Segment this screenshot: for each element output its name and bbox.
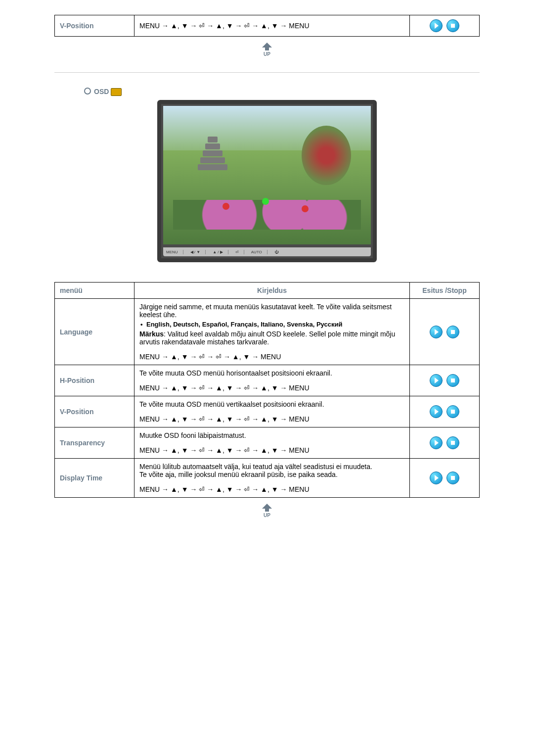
stop-icon[interactable] [446,436,459,449]
osd-section-title: OSD [84,88,480,96]
stop-icon[interactable] [446,374,459,387]
stop-icon[interactable] [446,405,459,418]
play-icon[interactable] [430,374,443,387]
row-v-position: V-Position Te võite muuta OSD menüü vert… [55,396,480,427]
play-icon[interactable] [430,326,443,338]
transparency-label: Transparency [55,427,134,459]
up-nav-button[interactable]: UP [257,43,277,57]
play-icon[interactable] [430,472,443,484]
top-row-sequence: MENU → ▲, ▼ → ⏎ → ▲, ▼ → ⏎ → ▲, ▼ → MENU [134,15,410,37]
row-display-time: Display Time Menüü lülitub automaatselt … [55,459,480,498]
h-position-desc: Te võite muuta OSD menüü horisontaalset … [134,365,410,396]
language-desc: Järgige neid samme, et muuta menüüs kasu… [134,299,410,365]
language-options: English, Deutsch, Español, Français, Ita… [139,319,404,330]
language-label: Language [55,299,134,365]
bullet-icon [84,88,91,94]
divider [54,72,480,73]
h-position-actions [410,365,480,396]
row-h-position: H-Position Te võite muuta OSD menüü hori… [55,365,480,396]
top-row-actions [410,15,480,37]
play-icon[interactable] [430,19,443,32]
v-position-sequence: MENU → ▲, ▼ → ⏎ → ▲, ▼ → ⏎ → ▲, ▼ → MENU [139,415,404,423]
stop-icon[interactable] [446,19,459,32]
language-note: Märkus: Valitud keel avaldab mõju ainult… [139,330,404,346]
osd-menu-table: menüü Kirjeldus Esitus /Stopp Language J… [54,282,480,498]
top-single-row-table: V-Position MENU → ▲, ▼ → ⏎ → ▲, ▼ → ⏎ → … [54,15,480,37]
row-transparency: Transparency Muutke OSD fooni läbipaistm… [55,427,480,459]
header-action: Esitus /Stopp [410,283,480,299]
transparency-desc: Muutke OSD fooni läbipaistmatust. MENU →… [134,427,410,459]
row-language: Language Järgige neid samme, et muuta me… [55,299,480,365]
display-time-label: Display Time [55,459,134,498]
table-header: menüü Kirjeldus Esitus /Stopp [55,283,480,299]
arrow-up-icon [262,504,272,509]
arrow-up-icon [262,43,272,47]
transparency-actions [410,427,480,459]
display-time-sequence: MENU → ▲, ▼ → ⏎ → ▲, ▼ → ⏎ → ▲, ▼ → MENU [139,485,404,493]
stop-icon[interactable] [446,472,459,484]
play-icon[interactable] [430,405,443,418]
header-menu: menüü [55,283,134,299]
v-position-actions [410,396,480,427]
osd-icon [111,88,122,96]
monitor-button-strip: MENU ◀ / ▼ ▲ / ▶ ⏎ AUTO ⏻ [163,247,371,256]
display-time-desc: Menüü lülitub automaatselt välja, kui te… [134,459,410,498]
monitor-frame: MENU ◀ / ▼ ▲ / ▶ ⏎ AUTO ⏻ [157,100,377,262]
language-sequence: MENU → ▲, ▼ → ⏎ → ⏎ → ▲, ▼ → MENU [139,353,404,361]
stop-icon[interactable] [446,326,459,338]
v-position-desc: Te võite muuta OSD menüü vertikaalset po… [134,396,410,427]
transparency-sequence: MENU → ▲, ▼ → ⏎ → ▲, ▼ → ⏎ → ▲, ▼ → MENU [139,446,404,454]
up-nav-button[interactable]: UP [257,504,277,519]
h-position-sequence: MENU → ▲, ▼ → ⏎ → ▲, ▼ → ⏎ → ▲, ▼ → MENU [139,384,404,392]
display-time-actions [410,459,480,498]
document-page: V-Position MENU → ▲, ▼ → ⏎ → ▲, ▼ → ⏎ → … [0,0,534,544]
h-position-label: H-Position [55,365,134,396]
top-row-label: V-Position [55,15,134,37]
screen-image [163,106,371,244]
play-icon[interactable] [430,436,443,449]
header-desc: Kirjeldus [134,283,410,299]
v-position-label: V-Position [55,396,134,427]
monitor-preview: MENU ◀ / ▼ ▲ / ▶ ⏎ AUTO ⏻ [54,100,480,262]
language-actions [410,299,480,365]
